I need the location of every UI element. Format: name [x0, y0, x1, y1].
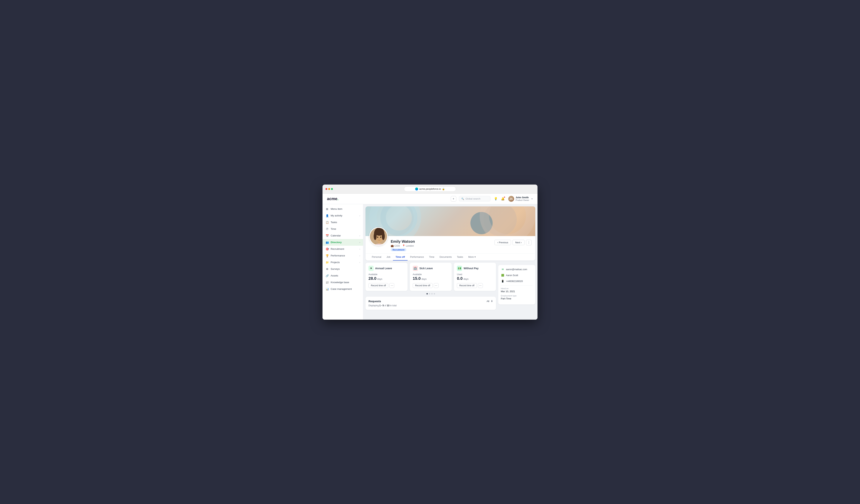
tab-time[interactable]: Time	[427, 254, 437, 260]
logo-dot: .	[337, 197, 339, 201]
sidebar-item-case-management[interactable]: 📊 Case management	[322, 286, 363, 292]
location-icon: 📍	[402, 244, 405, 247]
profile-info-row: Emily Watson 💼 COO 📍 London	[366, 236, 535, 254]
tab-more[interactable]: More ▾	[465, 254, 478, 260]
profile-avatar-img	[370, 228, 387, 245]
svg-point-7	[380, 236, 381, 238]
carousel-dot-1[interactable]	[429, 293, 430, 294]
sidebar-icon-menu-item: ⊞	[326, 207, 329, 211]
email-icon: ✉	[501, 268, 504, 271]
leave-actions-sick-leave: Record time off ⋯	[413, 283, 449, 288]
sidebar-icon-surveys: ⚙	[326, 268, 329, 271]
tab-performance[interactable]: Performance	[407, 254, 427, 260]
sidebar-chevron-directory: ›	[359, 241, 360, 244]
leave-dots-btn-without-pay[interactable]: ⋯	[478, 283, 483, 288]
record-btn-sick-leave[interactable]: Record time off	[413, 283, 433, 288]
contact-name-value: Aaron Scott	[506, 274, 518, 277]
leave-unit-annual-leave: days	[377, 277, 382, 280]
sidebar-icon-projects: 📁	[326, 261, 329, 264]
global-search-bar[interactable]: 🔍 Global search	[459, 196, 490, 201]
tab-job[interactable]: Job	[384, 254, 393, 260]
more-options-button[interactable]: ⋮	[526, 240, 532, 245]
leave-card-header: 💵 Without Pay	[457, 266, 493, 271]
content-area: Emily Watson 💼 COO 📍 London	[363, 204, 538, 320]
requests-sub: Displaying 1 - 5 of 13 in total	[369, 304, 493, 307]
leave-value-row-without-pay: 0.0 days	[457, 276, 493, 281]
carousel-dot-2[interactable]	[431, 293, 433, 294]
leave-card-without-pay: 💵 Without Pay Used 0.0 days Record time …	[454, 263, 496, 291]
requests-title: Requests	[369, 300, 381, 303]
sidebar-item-assets[interactable]: 🔗 Assets	[322, 272, 363, 279]
sidebar-icon-case-management: 📊	[326, 287, 329, 291]
sidebar-item-recruitment[interactable]: 🎯 Recruitment ›	[322, 246, 363, 253]
url-bar[interactable]: acme.peopleforce.io 🔒	[404, 186, 456, 191]
sidebar-item-directory[interactable]: 👥 Directory ›	[322, 239, 363, 246]
leave-label-without-pay: Used	[457, 273, 493, 276]
email-row: ✉ aaron@mailsac.com	[501, 268, 533, 271]
lock-icon: 🔒	[442, 188, 445, 190]
previous-button[interactable]: ‹ Previous	[494, 240, 511, 245]
carousel-dot-3[interactable]	[434, 293, 435, 294]
leave-dots-btn-annual-leave[interactable]: ⋯	[389, 283, 394, 288]
sidebar-label-tasks: Tasks	[331, 221, 337, 224]
leave-card-header: 🏥 Sick Leave	[413, 266, 449, 271]
sidebar-item-knowledge-base[interactable]: 📰 Knowledge base	[322, 279, 363, 286]
sidebar-icon-time: ⏱	[326, 227, 329, 231]
profile-badge: Recruitment	[391, 248, 406, 251]
carousel-dots	[366, 293, 496, 294]
sidebar-chevron-performance: ›	[359, 255, 360, 257]
sidebar-item-menu-item[interactable]: ⊞ Menu item	[322, 206, 363, 212]
sidebar-icon-my-activity: 👤	[326, 214, 329, 217]
tab-documents[interactable]: Documents	[437, 254, 454, 260]
requests-section: Requests All ⬇ Displaying 1 - 5 of 1	[366, 297, 496, 310]
sidebar-icon-tasks: 📋	[326, 221, 329, 224]
sidebar-label-surveys: Surveys	[331, 268, 340, 270]
sidebar-item-surveys[interactable]: ⚙ Surveys	[322, 266, 363, 272]
svg-point-6	[377, 236, 378, 238]
hired-section: Hired on Mar 10, 2021	[501, 287, 533, 293]
leave-label-annual-leave: Available	[369, 273, 405, 276]
banner-decoration-5	[480, 206, 535, 236]
sidebar-chevron-recruitment: ›	[359, 248, 360, 250]
add-button[interactable]: +	[451, 196, 456, 202]
sidebar-label-directory: Directory	[331, 241, 342, 244]
leave-value-row-sick-leave: 15.0 days	[413, 276, 449, 281]
carousel-dot-0[interactable]	[427, 293, 428, 294]
employment-label: Employment type	[501, 294, 533, 297]
sidebar-label-recruitment: Recruitment	[331, 247, 344, 250]
search-icon: 🔍	[461, 198, 464, 200]
user-name-block: John Smith Product Owner	[516, 196, 529, 201]
next-button[interactable]: Next ›	[513, 240, 525, 245]
lightbulb-icon-btn[interactable]: 💡	[493, 196, 499, 202]
nav-right: + 🔍 Global search 💡 🔔 JS	[451, 196, 533, 202]
svg-point-4	[374, 232, 377, 240]
leave-title-annual-leave: Annual Leave	[375, 267, 392, 270]
sidebar-item-projects[interactable]: 📁 Projects ›	[322, 259, 363, 266]
leave-title-without-pay: Without Pay	[463, 267, 478, 270]
sidebar-item-performance[interactable]: 🏆 Performance ›	[322, 253, 363, 259]
leave-unit-without-pay: days	[463, 277, 468, 280]
leave-dots-btn-sick-leave[interactable]: ⋯	[434, 283, 439, 288]
leave-icon-annual-leave: ✈	[369, 266, 374, 271]
sidebar-label-time: Time	[331, 228, 336, 230]
notification-btn[interactable]: 🔔	[500, 196, 506, 202]
timeoff-main: ✈ Annual Leave Available 28.0 days Recor…	[363, 263, 496, 312]
briefcase-icon: 💼	[391, 244, 394, 247]
sidebar-item-calendar[interactable]: 📅 Calendar ›	[322, 232, 363, 239]
sidebar-label-case-management: Case management	[331, 288, 352, 290]
leave-title-sick-leave: Sick Leave	[419, 267, 433, 270]
sidebar-item-tasks[interactable]: 📋 Tasks	[322, 219, 363, 226]
profile-banner	[366, 206, 535, 236]
tab-personal[interactable]: Personal	[369, 254, 384, 260]
user-menu[interactable]: JS John Smith Product Owner ▼	[508, 196, 533, 202]
record-btn-without-pay[interactable]: Record time off	[457, 283, 477, 288]
sidebar-item-my-activity[interactable]: 👤 My activity ›	[322, 212, 363, 219]
record-btn-annual-leave[interactable]: Record time off	[369, 283, 388, 288]
sidebar-item-time[interactable]: ⏱ Time	[322, 226, 363, 232]
svg-point-8	[379, 238, 379, 239]
requests-filter[interactable]: All	[487, 300, 489, 303]
tab-tasks[interactable]: Tasks	[454, 254, 465, 260]
tab-time-off[interactable]: Time off	[393, 254, 407, 260]
download-icon[interactable]: ⬇	[491, 300, 493, 303]
sidebar-chevron-projects: ›	[359, 261, 360, 263]
